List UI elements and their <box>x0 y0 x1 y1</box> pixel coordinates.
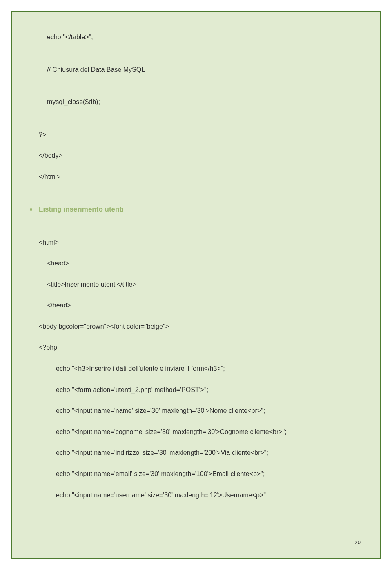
bullet-label: Listing inserimento utenti <box>39 205 124 214</box>
code-line: <body bgcolor="brown"><font color="beige… <box>39 322 357 331</box>
content-area: echo "</table>"; // Chiusura del Data Ba… <box>39 33 357 512</box>
code-line: echo "<input name='username' size='30' m… <box>39 491 357 500</box>
code-line: <title>Inserimento utenti</title> <box>39 280 357 289</box>
page-frame: echo "</table>"; // Chiusura del Data Ba… <box>11 11 381 559</box>
code-line: echo "<h3>Inserire i dati dell'utente e … <box>39 364 357 373</box>
bullet-item: Listing inserimento utenti <box>30 205 357 214</box>
code-line: echo "<input name='indirizzo' size='30' … <box>39 448 357 457</box>
code-line: </body> <box>39 151 357 160</box>
code-line: echo "<input name='email' size='30' maxl… <box>39 470 357 479</box>
code-line: echo "<input name='cognome' size='30' ma… <box>39 428 357 436</box>
code-line: <?php <box>39 343 357 352</box>
bullet-icon <box>30 208 32 211</box>
code-line: </html> <box>39 172 357 181</box>
code-line: </head> <box>39 301 357 310</box>
code-line: ?> <box>39 130 357 139</box>
code-line: <html> <box>39 238 357 247</box>
page-number: 20 <box>355 539 361 546</box>
code-line: mysql_close($db); <box>39 98 357 107</box>
code-line: <head> <box>39 259 357 268</box>
code-line: // Chiusura del Data Base MySQL <box>39 65 357 74</box>
code-line: echo "<input name='name' size='30' maxle… <box>39 406 357 415</box>
code-line: echo "</table>"; <box>39 33 357 42</box>
code-line: echo "<form action='utenti_2.php' method… <box>39 385 357 394</box>
